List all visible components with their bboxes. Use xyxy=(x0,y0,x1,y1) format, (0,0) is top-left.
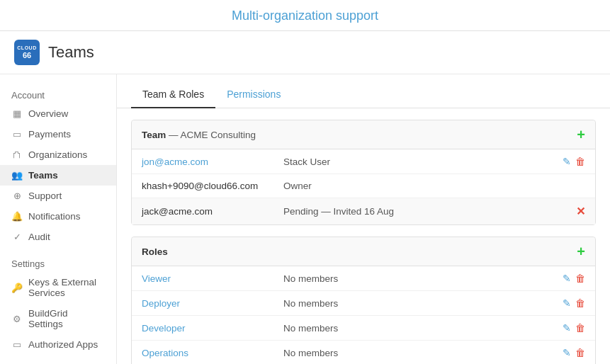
member-email-0[interactable]: jon@acme.com xyxy=(142,157,283,167)
table-row: Viewer No members ✎ 🗑 xyxy=(132,266,595,291)
organizations-icon: ⛫ xyxy=(11,149,23,160)
sidebar-item-support[interactable]: ⊕ Support xyxy=(0,186,116,206)
delete-role-0-button[interactable]: 🗑 xyxy=(575,273,585,284)
teams-icon: 👥 xyxy=(11,170,23,181)
member-email-1: khash+9090@cloud66.com xyxy=(142,181,283,191)
gear-icon: ⚙ xyxy=(11,314,23,324)
payments-icon: ▭ xyxy=(11,129,23,140)
sidebar-item-keys[interactable]: 🔑 Keys & External Services xyxy=(0,272,116,303)
edit-role-2-button[interactable]: ✎ xyxy=(563,322,571,334)
top-bar: Multi-organization support xyxy=(0,0,610,31)
edit-member-0-button[interactable]: ✎ xyxy=(563,156,571,167)
delete-role-1-button[interactable]: 🗑 xyxy=(575,297,585,309)
role-name-2[interactable]: Developer xyxy=(142,323,283,334)
add-team-member-button[interactable]: + xyxy=(577,127,585,142)
row-actions-0: ✎ 🗑 xyxy=(563,156,585,167)
team-section-header: Team — ACME Consulting + xyxy=(132,120,595,149)
role-name-0[interactable]: Viewer xyxy=(142,273,283,284)
table-row: jack@acme.com Pending — Invited 16 Aug ✕ xyxy=(132,198,595,224)
sidebar-item-apps[interactable]: ▭ Authorized Apps xyxy=(0,334,116,355)
tabs-bar: Team & Roles Permissions xyxy=(117,74,610,108)
role-members-1: No members xyxy=(283,298,563,309)
team-section-title: Team — ACME Consulting xyxy=(142,130,256,140)
overview-icon: ▦ xyxy=(11,108,23,119)
member-role-0: Stack User xyxy=(283,157,563,167)
edit-role-3-button[interactable]: ✎ xyxy=(563,347,571,358)
sidebar-item-notifications[interactable]: 🔔 Notifications xyxy=(0,206,116,227)
page-header: CLOUD 66 Teams xyxy=(0,31,610,74)
content-area: Team & Roles Permissions Team — ACME Con… xyxy=(117,74,610,364)
logo: CLOUD 66 xyxy=(14,40,40,65)
table-row: Deployer No members ✎ 🗑 xyxy=(132,291,595,316)
table-row: Developer No members ✎ 🗑 xyxy=(132,316,595,341)
role-actions-3: ✎ 🗑 xyxy=(563,347,585,358)
table-row: jon@acme.com Stack User ✎ 🗑 xyxy=(132,149,595,174)
member-email-2: jack@acme.com xyxy=(142,206,283,217)
tab-permissions[interactable]: Permissions xyxy=(215,83,292,108)
edit-role-0-button[interactable]: ✎ xyxy=(563,273,571,284)
team-section: Team — ACME Consulting + jon@acme.com St… xyxy=(131,120,596,225)
sidebar-item-organizations[interactable]: ⛫ Organizations xyxy=(0,144,116,165)
role-members-2: No members xyxy=(283,323,563,334)
add-role-button[interactable]: + xyxy=(577,244,585,258)
role-name-3[interactable]: Operations xyxy=(142,348,283,358)
role-actions-1: ✎ 🗑 xyxy=(563,297,585,309)
role-actions-2: ✎ 🗑 xyxy=(563,322,585,334)
delete-role-2-button[interactable]: 🗑 xyxy=(575,322,585,334)
apps-icon: ▭ xyxy=(11,339,23,350)
member-role-1: Owner xyxy=(283,181,585,191)
cancel-invite-2-button[interactable]: ✕ xyxy=(576,205,585,218)
role-members-0: No members xyxy=(283,273,563,284)
edit-role-1-button[interactable]: ✎ xyxy=(563,297,571,309)
sidebar-item-buildgrid[interactable]: ⚙ BuildGrid Settings xyxy=(0,303,116,334)
role-actions-0: ✎ 🗑 xyxy=(563,273,585,284)
sidebar: Account ▦ Overview ▭ Payments ⛫ Organiza… xyxy=(0,74,117,364)
top-bar-title: Multi-organization support xyxy=(232,8,378,23)
delete-role-3-button[interactable]: 🗑 xyxy=(575,347,585,358)
table-row: khash+9090@cloud66.com Owner xyxy=(132,174,595,198)
tab-team-roles[interactable]: Team & Roles xyxy=(131,83,215,108)
roles-section: Roles + Viewer No members ✎ 🗑 Deployer N… xyxy=(131,237,596,364)
row-actions-2: ✕ xyxy=(576,205,585,218)
key-icon: 🔑 xyxy=(11,283,23,293)
member-role-2: Pending — Invited 16 Aug xyxy=(283,206,576,217)
audit-icon: ✓ xyxy=(11,232,23,242)
sidebar-item-payments[interactable]: ▭ Payments xyxy=(0,124,116,144)
sidebar-item-teams[interactable]: 👥 Teams xyxy=(0,165,116,186)
delete-member-0-button[interactable]: 🗑 xyxy=(575,156,585,167)
sidebar-item-overview[interactable]: ▦ Overview xyxy=(0,103,116,124)
role-members-3: No members xyxy=(283,348,563,358)
sidebar-item-audit[interactable]: ✓ Audit xyxy=(0,227,116,247)
sidebar-section-settings: Settings xyxy=(0,254,116,272)
page-title: Teams xyxy=(48,43,94,62)
support-icon: ⊕ xyxy=(11,190,23,201)
roles-section-header: Roles + xyxy=(132,237,595,266)
role-name-1[interactable]: Deployer xyxy=(142,298,283,309)
sidebar-section-account: Account xyxy=(0,86,116,103)
roles-section-title: Roles xyxy=(142,246,168,257)
notifications-icon: 🔔 xyxy=(11,211,23,222)
table-row: Operations No members ✎ 🗑 xyxy=(132,341,595,364)
